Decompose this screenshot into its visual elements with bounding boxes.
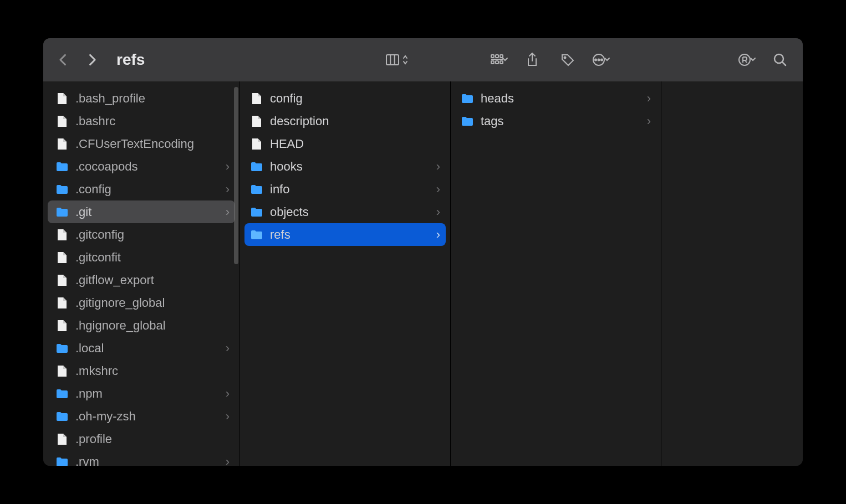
scrollbar[interactable] bbox=[234, 87, 238, 264]
folder-icon bbox=[461, 92, 474, 105]
item-label: HEAD bbox=[270, 137, 440, 151]
svg-rect-7 bbox=[496, 61, 498, 64]
list-item[interactable]: heads› bbox=[455, 87, 656, 110]
svg-rect-0 bbox=[386, 55, 399, 65]
item-label: .gitconfit bbox=[75, 250, 230, 265]
column-3[interactable] bbox=[661, 81, 803, 466]
file-icon bbox=[55, 364, 69, 378]
item-label: .mkshrc bbox=[75, 364, 230, 378]
tags-button[interactable] bbox=[556, 48, 579, 71]
item-label: .config bbox=[75, 182, 222, 197]
folder-icon bbox=[250, 160, 263, 173]
item-label: description bbox=[270, 114, 440, 128]
file-icon bbox=[55, 115, 69, 128]
list-item[interactable]: .oh-my-zsh› bbox=[48, 405, 235, 428]
item-label: .local bbox=[75, 341, 222, 356]
folder-icon bbox=[55, 183, 69, 196]
list-item[interactable]: .npm› bbox=[48, 382, 235, 405]
list-item[interactable]: .rvm› bbox=[48, 450, 235, 466]
file-icon bbox=[55, 433, 69, 446]
list-item[interactable]: info› bbox=[244, 178, 446, 200]
list-item[interactable]: .git› bbox=[48, 200, 235, 223]
item-label: tags bbox=[481, 114, 644, 128]
chevron-left-icon bbox=[58, 53, 68, 66]
item-label: .CFUserTextEncoding bbox=[75, 137, 230, 151]
item-label: .git bbox=[75, 205, 222, 219]
file-icon bbox=[250, 137, 263, 151]
item-label: objects bbox=[270, 205, 433, 219]
group-button[interactable] bbox=[490, 48, 508, 71]
list-item[interactable]: .hgignore_global bbox=[48, 314, 235, 337]
up-down-chevron-icon bbox=[402, 54, 409, 65]
svg-point-13 bbox=[598, 59, 600, 61]
forward-button[interactable] bbox=[83, 51, 101, 69]
list-item[interactable]: .gitflow_export bbox=[48, 269, 235, 291]
folder-icon bbox=[461, 115, 474, 128]
file-icon bbox=[250, 115, 263, 128]
tag-icon bbox=[560, 53, 575, 67]
svg-point-14 bbox=[601, 59, 603, 61]
list-item[interactable]: .cocoapods› bbox=[48, 155, 235, 178]
chevron-down-icon bbox=[604, 55, 610, 65]
list-item[interactable]: .bash_profile bbox=[48, 87, 235, 110]
chevron-right-icon: › bbox=[226, 205, 230, 219]
chevron-right-icon: › bbox=[226, 455, 230, 466]
list-item[interactable]: hooks› bbox=[244, 155, 446, 178]
list-item[interactable]: .config› bbox=[48, 178, 235, 200]
svg-rect-4 bbox=[496, 55, 498, 58]
list-item[interactable]: config bbox=[244, 87, 446, 110]
chevron-right-icon: › bbox=[226, 409, 230, 424]
chevron-right-icon: › bbox=[226, 160, 230, 174]
view-columns-button[interactable] bbox=[385, 48, 409, 71]
list-item[interactable]: .gitconfit bbox=[48, 246, 235, 269]
search-icon bbox=[773, 53, 787, 67]
svg-point-10 bbox=[564, 57, 566, 59]
folder-icon bbox=[250, 205, 263, 219]
file-icon bbox=[55, 228, 69, 241]
chevron-right-icon: › bbox=[436, 228, 440, 242]
folder-icon bbox=[250, 228, 263, 241]
search-button[interactable] bbox=[768, 48, 792, 71]
chevron-right-icon bbox=[87, 53, 97, 66]
column-0[interactable]: .bash_profile.bashrc.CFUserTextEncoding.… bbox=[43, 81, 240, 466]
file-icon bbox=[55, 319, 69, 332]
column-2[interactable]: heads›tags› bbox=[451, 81, 661, 466]
item-label: heads bbox=[481, 91, 644, 106]
registered-button[interactable] bbox=[737, 48, 756, 71]
column-1[interactable]: configdescriptionHEADhooks›info›objects›… bbox=[240, 81, 451, 466]
list-item[interactable]: .profile bbox=[48, 428, 235, 450]
toolbar: refs bbox=[43, 38, 803, 81]
item-label: .hgignore_global bbox=[75, 318, 230, 333]
back-button[interactable] bbox=[54, 51, 72, 69]
folder-icon bbox=[55, 342, 69, 355]
file-icon bbox=[55, 274, 69, 287]
list-item[interactable]: .CFUserTextEncoding bbox=[48, 132, 235, 155]
list-item[interactable]: objects› bbox=[244, 200, 446, 223]
chevron-right-icon: › bbox=[436, 182, 440, 197]
list-item[interactable]: .gitignore_global bbox=[48, 291, 235, 314]
list-item[interactable]: description bbox=[244, 110, 446, 132]
svg-line-17 bbox=[782, 62, 786, 65]
list-item[interactable]: .bashrc bbox=[48, 110, 235, 132]
list-item[interactable]: HEAD bbox=[244, 132, 446, 155]
folder-icon bbox=[55, 205, 69, 219]
file-icon bbox=[55, 92, 69, 105]
item-label: .gitflow_export bbox=[75, 273, 230, 287]
share-button[interactable] bbox=[521, 48, 544, 71]
svg-rect-6 bbox=[491, 61, 494, 64]
list-item[interactable]: refs› bbox=[244, 223, 446, 246]
chevron-right-icon: › bbox=[226, 341, 230, 356]
item-label: .bash_profile bbox=[75, 91, 230, 106]
file-icon bbox=[55, 251, 69, 264]
chevron-right-icon: › bbox=[647, 91, 651, 106]
folder-icon bbox=[55, 410, 69, 423]
folder-icon bbox=[55, 387, 69, 400]
actions-button[interactable] bbox=[592, 48, 610, 71]
item-label: .npm bbox=[75, 387, 222, 401]
list-item[interactable]: .local› bbox=[48, 337, 235, 359]
list-item[interactable]: .gitconfig bbox=[48, 223, 235, 246]
window-title: refs bbox=[116, 51, 145, 69]
list-item[interactable]: .mkshrc bbox=[48, 359, 235, 382]
item-label: .oh-my-zsh bbox=[75, 409, 222, 424]
list-item[interactable]: tags› bbox=[455, 110, 656, 132]
